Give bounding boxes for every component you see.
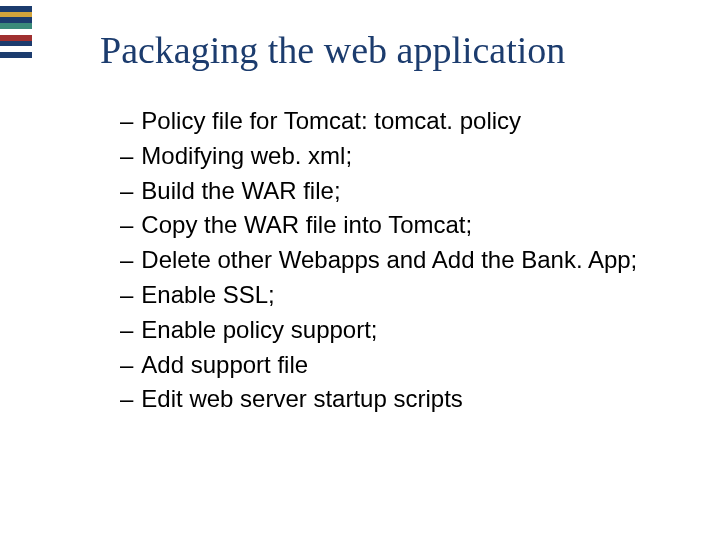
bullet-text: Copy the WAR file into Tomcat;: [141, 208, 472, 243]
list-item: – Add support file: [120, 348, 660, 383]
bullet-dash: –: [120, 278, 133, 313]
bullet-list: – Policy file for Tomcat: tomcat. policy…: [120, 104, 660, 417]
list-item: – Copy the WAR file into Tomcat;: [120, 208, 660, 243]
bullet-dash: –: [120, 382, 133, 417]
bullet-text: Edit web server startup scripts: [141, 382, 462, 417]
list-item: – Build the WAR file;: [120, 174, 660, 209]
bullet-text: Build the WAR file;: [141, 174, 340, 209]
bullet-dash: –: [120, 243, 133, 278]
list-item: – Enable SSL;: [120, 278, 660, 313]
decorative-stripe: [0, 0, 32, 58]
list-item: – Modifying web. xml;: [120, 139, 660, 174]
bullet-dash: –: [120, 174, 133, 209]
bullet-text: Enable policy support;: [141, 313, 377, 348]
bullet-dash: –: [120, 348, 133, 383]
list-item: – Edit web server startup scripts: [120, 382, 660, 417]
bullet-dash: –: [120, 104, 133, 139]
bullet-text: Policy file for Tomcat: tomcat. policy: [141, 104, 521, 139]
bullet-text: Enable SSL;: [141, 278, 274, 313]
bullet-text: Modifying web. xml;: [141, 139, 352, 174]
bullet-dash: –: [120, 139, 133, 174]
list-item: – Delete other Webapps and Add the Bank.…: [120, 243, 660, 278]
list-item: – Enable policy support;: [120, 313, 660, 348]
slide-title: Packaging the web application: [100, 28, 565, 72]
bullet-dash: –: [120, 313, 133, 348]
bullet-dash: –: [120, 208, 133, 243]
list-item: – Policy file for Tomcat: tomcat. policy: [120, 104, 660, 139]
bullet-text: Add support file: [141, 348, 308, 383]
bullet-text: Delete other Webapps and Add the Bank. A…: [141, 243, 637, 278]
